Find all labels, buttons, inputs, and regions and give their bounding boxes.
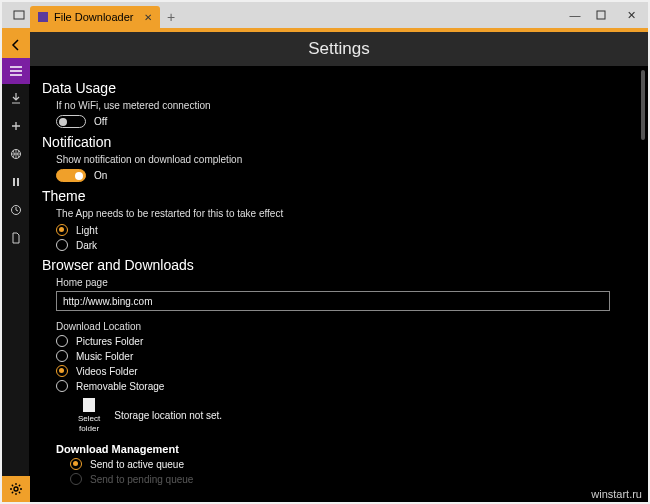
home-page-input[interactable] — [56, 291, 610, 311]
radio-icon — [56, 239, 68, 251]
theme-option-label: Dark — [76, 240, 97, 251]
file-icon[interactable] — [2, 224, 30, 252]
dl-option-music[interactable]: Music Folder — [56, 350, 630, 362]
radio-icon — [56, 380, 68, 392]
dl-option-removable[interactable]: Removable Storage — [56, 380, 630, 392]
notification-toggle-label: On — [94, 170, 107, 181]
dm-option-label: Send to active queue — [90, 459, 184, 470]
theme-option-label: Light — [76, 225, 98, 236]
storage-status: Storage location not set. — [114, 410, 222, 421]
dl-option-pictures[interactable]: Pictures Folder — [56, 335, 630, 347]
dm-option-label: Send to pending queue — [90, 474, 193, 485]
select-folder-button[interactable]: Select folder — [78, 398, 100, 433]
radio-icon — [70, 458, 82, 470]
tab-title: File Downloader — [54, 11, 133, 23]
section-theme: Theme — [42, 188, 630, 204]
radio-icon — [70, 473, 82, 485]
browser-tabbar: File Downloader ✕ + — ✕ — [2, 2, 648, 28]
radio-icon — [56, 224, 68, 236]
pause-icon[interactable] — [2, 168, 30, 196]
section-data-usage: Data Usage — [42, 80, 630, 96]
history-icon[interactable] — [2, 196, 30, 224]
section-notification: Notification — [42, 134, 630, 150]
dl-option-videos[interactable]: Videos Folder — [56, 365, 630, 377]
dl-option-label: Music Folder — [76, 351, 133, 362]
folder-icon — [83, 398, 95, 412]
scrollbar[interactable] — [641, 70, 645, 140]
svg-rect-3 — [13, 178, 15, 186]
download-management-heading: Download Management — [56, 443, 630, 455]
sidebar — [2, 32, 30, 502]
settings-icon[interactable] — [2, 476, 30, 502]
metered-toggle[interactable] — [56, 115, 86, 128]
select-folder-label-1: Select — [78, 414, 100, 424]
download-icon[interactable] — [2, 84, 30, 112]
dl-option-label: Videos Folder — [76, 366, 138, 377]
select-folder-label-2: folder — [79, 424, 99, 434]
metered-toggle-label: Off — [94, 116, 107, 127]
section-browser: Browser and Downloads — [42, 257, 630, 273]
page-title: Settings — [30, 32, 648, 66]
back-button[interactable] — [2, 32, 30, 58]
notification-toggle[interactable] — [56, 169, 86, 182]
notification-desc: Show notification on download completion — [56, 152, 630, 167]
theme-desc: The App needs to be restarted for this t… — [56, 206, 630, 221]
window-close-button[interactable]: ✕ — [624, 9, 638, 22]
watermark: winstart.ru — [591, 488, 642, 500]
home-page-label: Home page — [56, 277, 630, 288]
svg-rect-4 — [17, 178, 19, 186]
radio-icon — [56, 350, 68, 362]
new-tab-button[interactable]: + — [160, 6, 182, 28]
theme-option-dark[interactable]: Dark — [56, 239, 630, 251]
radio-icon — [56, 335, 68, 347]
data-usage-desc: If no WiFi, use metered connection — [56, 98, 630, 113]
svg-rect-0 — [14, 11, 24, 19]
menu-button[interactable] — [2, 58, 30, 84]
dl-option-label: Pictures Folder — [76, 336, 143, 347]
app-window-icon — [8, 2, 30, 28]
theme-option-light[interactable]: Light — [56, 224, 630, 236]
tab-close-icon[interactable]: ✕ — [144, 12, 152, 23]
window-minimize-button[interactable]: — — [568, 9, 582, 21]
add-icon[interactable] — [2, 112, 30, 140]
tab-file-downloader[interactable]: File Downloader ✕ — [30, 6, 160, 28]
download-location-label: Download Location — [56, 321, 630, 332]
svg-point-6 — [14, 487, 18, 491]
dm-option-pending[interactable]: Send to pending queue — [70, 473, 630, 485]
dm-option-active[interactable]: Send to active queue — [70, 458, 630, 470]
dl-option-label: Removable Storage — [76, 381, 164, 392]
svg-rect-1 — [597, 11, 605, 19]
radio-icon — [56, 365, 68, 377]
tab-favicon — [38, 12, 48, 22]
window-maximize-button[interactable] — [596, 10, 610, 20]
globe-icon[interactable] — [2, 140, 30, 168]
